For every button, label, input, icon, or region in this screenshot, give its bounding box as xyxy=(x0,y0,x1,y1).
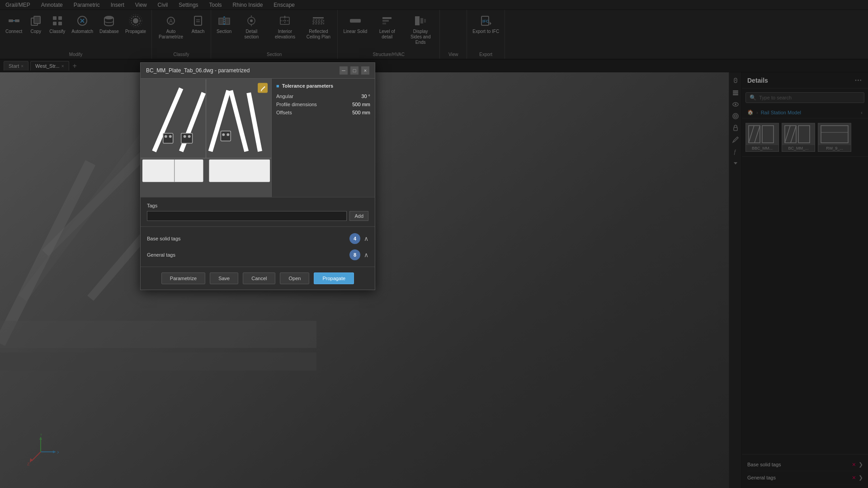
preview-svg xyxy=(141,79,271,197)
svg-point-104 xyxy=(226,133,229,136)
modal-controls: ─ □ × xyxy=(340,66,369,75)
tags-label: Tags xyxy=(147,203,368,208)
svg-rect-93 xyxy=(163,133,173,143)
svg-rect-108 xyxy=(142,160,203,182)
svg-point-95 xyxy=(169,135,172,138)
propagate-button[interactable]: Propagate xyxy=(314,272,354,284)
modal-dialog: BC_MM_Plate_Tab_06.dwg - parametrized ─ … xyxy=(140,62,375,290)
modal-footer: Parametrize Save Cancel Open Propagate xyxy=(141,267,375,290)
base-solid-count-up[interactable]: ∧ xyxy=(364,235,368,242)
params-header: ■ Tolerance parameters xyxy=(276,83,370,89)
svg-point-103 xyxy=(222,133,225,136)
general-count-row: General tags 8 ∧ xyxy=(147,247,368,263)
modal-titlebar[interactable]: BC_MM_Plate_Tab_06.dwg - parametrized ─ … xyxy=(141,63,375,79)
params-header-label: Tolerance parameters xyxy=(282,83,334,89)
general-count-badge: 8 xyxy=(349,249,360,260)
modal-body: ■ Tolerance parameters Angular 30 ° Prof… xyxy=(141,79,375,197)
general-count-controls: 8 ∧ xyxy=(349,249,368,260)
open-button[interactable]: Open xyxy=(280,272,309,284)
modal-tags: Tags Add xyxy=(141,197,375,226)
cancel-button[interactable]: Cancel xyxy=(243,272,275,284)
params-row-angular: Angular 30 ° xyxy=(276,92,370,100)
params-val-angular: 30 ° xyxy=(361,94,370,99)
svg-rect-96 xyxy=(181,133,193,143)
svg-rect-102 xyxy=(221,131,231,141)
svg-rect-110 xyxy=(209,160,270,182)
modal-overlay: BC_MM_Plate_Tab_06.dwg - parametrized ─ … xyxy=(0,0,868,488)
params-header-icon: ■ xyxy=(276,83,279,89)
params-val-profile: 500 mm xyxy=(352,102,370,107)
modal-preview xyxy=(141,79,272,197)
modal-tags-counts: Base solid tags 4 ∧ General tags 8 ∧ xyxy=(141,226,375,267)
svg-point-98 xyxy=(188,135,191,138)
tags-add-button[interactable]: Add xyxy=(349,211,368,221)
general-tags-label: General tags xyxy=(147,252,175,258)
base-solid-count-controls: 4 ∧ xyxy=(349,233,368,244)
base-solid-tags-label: Base solid tags xyxy=(147,236,181,241)
modal-close-button[interactable]: × xyxy=(361,66,369,75)
params-label-profile: Profile dimensions xyxy=(276,102,317,107)
general-count-up[interactable]: ∧ xyxy=(364,251,368,258)
modal-title: BC_MM_Plate_Tab_06.dwg - parametrized xyxy=(146,67,250,74)
params-row-offsets: Offsets 500 mm xyxy=(276,108,370,117)
params-val-offsets: 500 mm xyxy=(352,110,370,115)
params-row-profile: Profile dimensions 500 mm xyxy=(276,100,370,108)
modal-params: ■ Tolerance parameters Angular 30 ° Prof… xyxy=(272,79,375,197)
modal-minimize-button[interactable]: ─ xyxy=(340,66,348,75)
svg-point-94 xyxy=(165,135,167,138)
save-button[interactable]: Save xyxy=(210,272,238,284)
params-label-offsets: Offsets xyxy=(276,110,292,115)
parametrize-button[interactable]: Parametrize xyxy=(161,272,205,284)
svg-point-97 xyxy=(184,135,186,138)
params-label-angular: Angular xyxy=(276,94,293,99)
base-solid-count-row: Base solid tags 4 ∧ xyxy=(147,230,368,247)
tags-input-row: Add xyxy=(147,211,368,221)
base-solid-count-badge: 4 xyxy=(349,233,360,244)
tags-input[interactable] xyxy=(147,211,347,221)
svg-rect-105 xyxy=(258,83,268,93)
modal-maximize-button[interactable]: □ xyxy=(350,66,359,75)
